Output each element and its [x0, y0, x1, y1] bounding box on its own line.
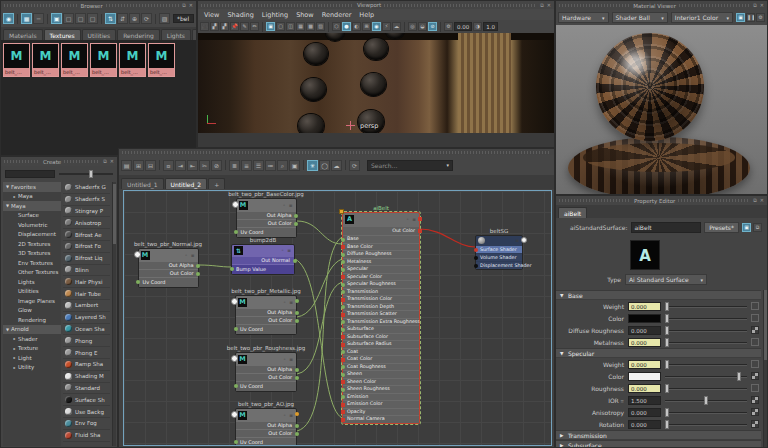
color-socket[interactable]	[418, 229, 422, 233]
pencil-icon[interactable]: ✏	[250, 22, 259, 31]
node-header-icons[interactable]: ◦ ≣	[283, 300, 294, 305]
grease-pencil-icon[interactable]: ✎	[240, 22, 249, 31]
connect-icon[interactable]	[751, 302, 759, 310]
uv-coord-row[interactable]: Uv Coord	[139, 278, 198, 287]
progressive-render-icon[interactable]: ▣	[736, 13, 745, 22]
input-opacity[interactable]: Opacity	[343, 409, 419, 416]
file-node-box[interactable]: M◦ ≣Out AlphaOut ColorUv Coord	[138, 248, 199, 288]
copy-tab-icon[interactable]: ⧉	[753, 223, 762, 232]
drag-handle[interactable]	[679, 4, 750, 7]
socket[interactable]	[295, 319, 299, 323]
node-roughness[interactable]: belt_two_pbr_Roughness.jpgM◦ ≣Out AlphaO…	[226, 345, 306, 392]
xray-joints-icon[interactable]: ⊘	[428, 22, 437, 31]
input-transmission-scatter[interactable]: Transmission Scatter	[343, 311, 419, 318]
input-metalness[interactable]: Metalness	[343, 259, 419, 266]
checker-icon[interactable]: ▨	[159, 13, 170, 24]
create-tree-item-light[interactable]: ▸Light	[3, 353, 61, 363]
socket[interactable]	[341, 253, 345, 257]
socket[interactable]	[196, 264, 200, 268]
color-socket[interactable]	[341, 313, 345, 317]
uv-coord-row[interactable]: Uv Coord	[236, 325, 296, 334]
pause-icon[interactable]: ❚❚	[746, 13, 755, 22]
tab-aibelt[interactable]: aiBelt	[558, 207, 587, 218]
create-tree-item-image-planes[interactable]: Image Planes	[3, 296, 61, 306]
create-scrollbar[interactable]	[112, 182, 116, 446]
socket[interactable]	[341, 290, 345, 294]
add-graph-tab-button[interactable]: +	[208, 178, 225, 189]
create-shader-bifrost-liq[interactable]: Bifrost Liq	[63, 253, 110, 265]
color-socket[interactable]	[341, 418, 345, 422]
material-preview[interactable]	[556, 25, 767, 194]
socket[interactable]	[341, 373, 345, 377]
attr-slider[interactable]	[665, 420, 747, 429]
attr-slider[interactable]	[665, 326, 747, 335]
input-coat-roughness[interactable]: Coat Roughness	[343, 364, 419, 371]
value-field[interactable]: 0.000	[628, 360, 661, 369]
connect-icon[interactable]	[751, 338, 759, 346]
value-field[interactable]: 0.000	[628, 326, 661, 335]
create-shader-standard[interactable]: Standard	[63, 383, 110, 395]
socket[interactable]	[295, 376, 299, 380]
create-titlebar[interactable]: Create ⧉ ✕	[1, 157, 117, 166]
color-swatch[interactable]	[628, 314, 661, 323]
node-header-icons[interactable]: ◦ ≣	[185, 253, 196, 258]
pin-icon[interactable]: ☁	[331, 160, 342, 171]
socket[interactable]	[341, 305, 345, 309]
lookdev-icon[interactable]: ▣	[742, 223, 751, 232]
textured-toggle-icon[interactable]: ◉	[372, 22, 381, 31]
viewport-3d-view[interactable]: persp	[198, 33, 554, 133]
drag-handle[interactable]	[122, 151, 551, 154]
texture-swatch[interactable]: Mbelt_...	[90, 43, 117, 77]
socket[interactable]	[341, 238, 345, 242]
browser-tab-materials[interactable]: Materials	[3, 29, 43, 40]
wireframe-icon[interactable]: ⬡	[332, 22, 341, 31]
attr-slider[interactable]	[665, 314, 747, 323]
presets-button[interactable]: Presets*	[704, 222, 739, 233]
connected-view-icon[interactable]: ≡	[241, 160, 252, 171]
create-shader-shading-m[interactable]: Shading M	[63, 371, 110, 383]
menu-help[interactable]: Help	[359, 11, 374, 19]
refresh-icon[interactable]: ⟳	[141, 13, 152, 24]
menu-view[interactable]: View	[204, 11, 219, 19]
close-icon[interactable]: ✕	[547, 3, 551, 8]
uv-coord-row[interactable]: Uv Coord	[236, 382, 296, 391]
socket[interactable]	[341, 260, 345, 264]
out-socket[interactable]	[521, 237, 527, 243]
graph-tab-untitled-2[interactable]: Untitled_2	[165, 178, 208, 189]
attr-slider[interactable]	[665, 338, 747, 347]
menu-renderer[interactable]: Renderer	[322, 11, 352, 19]
texture-swatch[interactable]: Mbelt_...	[119, 43, 146, 77]
browser-tab-utilities[interactable]: Utilities	[82, 29, 117, 40]
socket[interactable]	[295, 311, 299, 315]
drag-handle[interactable]	[678, 199, 750, 202]
aibelt-node-box[interactable]: A◦ ≣Out ColorBaseBase ColorDiffuse Rough…	[342, 212, 420, 424]
browser-titlebar[interactable]: Browser ⧉ ✕	[1, 1, 196, 10]
socket[interactable]	[341, 388, 345, 392]
file-node-box[interactable]: M◦ ≣Out AlphaOut ColorUv Coord	[235, 295, 297, 335]
select-camera-icon[interactable]: 🎥	[200, 22, 209, 31]
close-icon[interactable]: ✕	[760, 3, 764, 8]
input-volume-shader[interactable]: Volume Shader	[476, 254, 522, 261]
color-socket[interactable]	[341, 358, 345, 362]
uv-coord-row[interactable]: Uv Coord	[236, 438, 296, 446]
input-subsurface-color[interactable]: Subsurface Color	[343, 334, 419, 341]
input-subsurface[interactable]: Subsurface	[343, 326, 419, 333]
float-icon[interactable]: ⧉	[103, 159, 107, 164]
socket[interactable]	[474, 256, 478, 260]
material-viewer-titlebar[interactable]: Material Viewer ⧉ ✕	[556, 1, 767, 10]
create-shader-blinn[interactable]: Blinn	[63, 265, 110, 277]
input-coat[interactable]: Coat	[343, 349, 419, 356]
value-field[interactable]: 0.000	[628, 384, 661, 393]
socket[interactable]	[295, 368, 299, 372]
section-specular[interactable]: ▼Specular	[556, 348, 761, 358]
attr-slider[interactable]	[665, 384, 747, 393]
renderer-dropdown[interactable]: Hardware▾	[558, 12, 609, 23]
bookmark-icon[interactable]: ▞	[210, 22, 219, 31]
node-header-icons[interactable]: ≣	[515, 238, 520, 243]
texture-swatch[interactable]: Mbelt_...	[148, 43, 175, 77]
shader-type-dropdown[interactable]: Ai Standard Surface▾	[625, 274, 707, 285]
close-icon[interactable]: ✕	[189, 3, 193, 8]
browser-tab-textures[interactable]: Textures	[44, 29, 81, 40]
drag-handle[interactable]	[106, 4, 179, 7]
disconnect-icon[interactable]: ✂	[199, 160, 210, 171]
